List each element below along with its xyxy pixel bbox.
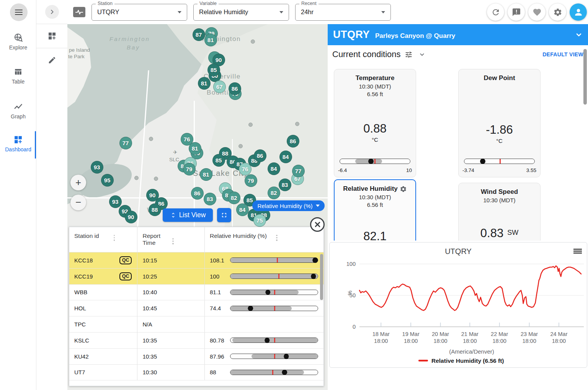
station-marker[interactable]: 84 [268, 162, 280, 175]
report-time-cell: N/A [137, 316, 204, 332]
expand-panel-button[interactable] [45, 5, 59, 19]
station-marker[interactable]: 95 [101, 174, 114, 187]
station-marker[interactable]: 85 [207, 64, 220, 76]
settings-button[interactable] [549, 3, 566, 21]
condition-card-dew-point[interactable]: Dew Point-1.86°C-3.743.55 [458, 69, 541, 177]
station-marker[interactable]: 77 [292, 165, 305, 177]
station-marker[interactable]: 81 [204, 34, 217, 46]
column-header-report-time[interactable]: Report Time [137, 227, 204, 252]
feedback-button[interactable] [508, 3, 525, 21]
column-header-relative-humidity[interactable]: Relative Humidity (%) [204, 227, 323, 252]
dashboard-add-tool-button[interactable] [36, 24, 67, 48]
station-marker[interactable]: 81 [200, 168, 212, 181]
x-tick-label: 19 Mar18:00 [402, 331, 420, 344]
humidity-chart[interactable]: UTQRY100500%18 Mar18:0019 Mar18:0020 Mar… [330, 243, 587, 367]
column-header-station-id[interactable]: Station id [69, 227, 137, 252]
station-marker[interactable]: 93 [109, 195, 122, 208]
table-row-UT7[interactable]: UT710:3088 [69, 365, 323, 381]
map-variable-chip[interactable]: Relative Humidity (%) [252, 200, 325, 211]
chevron-down-icon [279, 11, 283, 13]
station-marker[interactable]: 82 [268, 187, 280, 199]
sidebar-item-table[interactable]: Table [0, 67, 36, 85]
account-button[interactable] [570, 3, 587, 21]
sidebar-item-graph[interactable]: Graph [0, 102, 36, 120]
panel-scrollbar[interactable] [583, 49, 587, 105]
station-marker[interactable]: 67 [213, 80, 226, 93]
station-value-dot [312, 258, 317, 263]
inactive-station-dot[interactable] [149, 137, 153, 141]
station-marker[interactable]: 86 [254, 149, 266, 162]
table-row-KCC19[interactable]: KCC19QC10:25100 [69, 269, 323, 285]
station-marker[interactable]: 75 [253, 214, 266, 227]
station-marker[interactable]: 82 [228, 192, 240, 204]
card-value: 0.88 [363, 122, 386, 136]
list-view-button[interactable]: List View [163, 208, 213, 222]
table-row-WBB[interactable]: WBB10:4081.1 [69, 285, 323, 301]
table-scrollbar[interactable] [320, 254, 323, 300]
station-marker[interactable]: 83 [279, 179, 291, 191]
chevron-down-icon[interactable] [575, 31, 583, 39]
column-menu-icon[interactable] [172, 237, 174, 245]
table-row-HOL[interactable]: HOL10:4574.4 [69, 300, 323, 316]
qc-flag-badge[interactable]: QC [119, 256, 132, 264]
table-row-TPC[interactable]: TPCN/A [69, 316, 323, 333]
map-zoom-in-button[interactable]: + [70, 175, 86, 190]
refresh-button[interactable] [487, 3, 504, 21]
table-row-KCC18[interactable]: KCC18QC10:15108.1 [69, 252, 323, 269]
column-menu-icon[interactable] [276, 234, 278, 242]
inactive-station-dot[interactable] [251, 39, 255, 44]
chart-menu-icon[interactable] [573, 251, 582, 252]
station-marker[interactable]: 79 [245, 174, 257, 187]
close-table-button[interactable] [310, 217, 325, 232]
chart-menu-icon[interactable] [573, 249, 582, 250]
sidebar-item-explore[interactable]: Explore [0, 33, 36, 51]
station-marker[interactable]: 88 [149, 203, 161, 216]
tune-icon[interactable] [405, 51, 413, 59]
station-marker[interactable]: 83 [204, 193, 216, 205]
station-header[interactable]: UTQRY Parleys Canyon @ Quarry [328, 24, 588, 45]
sidebar-item-dashboard[interactable]: Dashboard [0, 135, 36, 152]
inactive-station-dot[interactable] [238, 144, 243, 148]
report-time-cell: 10:30 [137, 365, 204, 380]
inactive-station-dot[interactable] [295, 122, 299, 126]
map-zoom-out-button[interactable]: − [70, 195, 86, 210]
station-marker[interactable]: 81 [198, 77, 211, 90]
station-marker[interactable]: 86 [229, 82, 241, 95]
gear-icon[interactable] [400, 185, 407, 193]
table-icon [0, 67, 36, 77]
qc-flag-badge[interactable]: QC [119, 272, 132, 280]
map-fullscreen-button[interactable] [217, 208, 231, 222]
column-menu-icon[interactable] [114, 234, 115, 242]
station-marker[interactable]: 86 [287, 135, 299, 147]
chevron-down-icon[interactable] [419, 51, 425, 58]
station-marker[interactable]: 93 [91, 161, 103, 174]
station-marker[interactable]: 86 [191, 187, 204, 200]
station-marker[interactable]: 85 [212, 154, 225, 167]
station-marker[interactable]: 84 [236, 203, 249, 216]
slider-min-label: -6.4 [338, 167, 347, 173]
inactive-station-dot[interactable] [154, 177, 158, 181]
station-marker[interactable]: 84 [279, 151, 292, 163]
inactive-station-dot[interactable] [248, 123, 253, 127]
condition-card-relative-humidity[interactable]: Relative Humidity10:30 (MDT)6.56 ft82.1 [334, 179, 416, 241]
station-marker[interactable]: 77 [119, 137, 132, 149]
hamburger-menu-button[interactable] [10, 3, 28, 21]
default-view-link[interactable]: DEFAULT VIEW [542, 51, 583, 57]
slider-max-label: 10 [406, 167, 412, 173]
station-marker[interactable]: 87 [193, 28, 205, 41]
condition-card-wind-speed[interactable]: Wind Speed10:30 (MDT)0.83SW [458, 183, 541, 241]
inactive-station-dot[interactable] [134, 176, 139, 180]
favorites-button[interactable] [528, 3, 546, 21]
station-marker[interactable]: 79 [183, 163, 196, 175]
station-marker[interactable]: 90 [125, 211, 137, 223]
station-marker[interactable]: 81 [189, 142, 201, 155]
chart-menu-icon[interactable] [573, 252, 582, 254]
table-row-KU42[interactable]: KU4210:3587.96 [69, 349, 323, 365]
edit-dashboard-button[interactable] [36, 48, 67, 72]
recent-select[interactable]: Recent24hr [295, 4, 391, 21]
humidity-range-slider [230, 274, 318, 279]
condition-card-temperature[interactable]: Temperature10:30 (MDT)6.56 ft0.88°C-6.41… [334, 69, 416, 177]
table-row-KSLC[interactable]: KSLC10:3580.78 [69, 333, 323, 349]
station-select[interactable]: StationUTQRY [91, 4, 187, 21]
variable-select[interactable]: VariableRelative Humidity [193, 4, 289, 21]
